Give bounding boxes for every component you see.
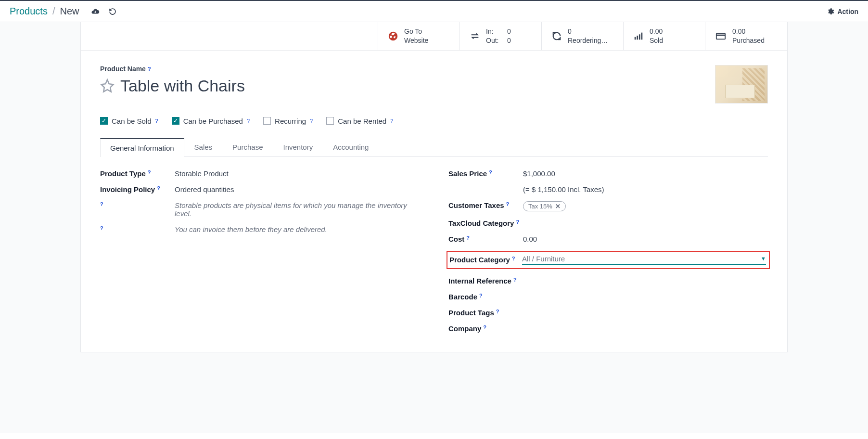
- help-icon[interactable]: ?: [155, 118, 158, 124]
- help-icon[interactable]: ?: [489, 169, 492, 175]
- check-can-be-purchased[interactable]: Can be Purchased?: [172, 117, 250, 125]
- stat-reorder-label: Reordering…: [568, 36, 608, 45]
- category-text: All / Furniture: [522, 255, 565, 263]
- breadcrumb: Products / New: [10, 6, 117, 17]
- breadcrumb-sep: /: [52, 6, 55, 17]
- stat-website-l1: Go To: [404, 27, 428, 36]
- stat-sold-val: 0.00: [650, 27, 663, 36]
- stat-reorder-val: 0: [568, 27, 608, 36]
- value-product-type[interactable]: Storable Product: [175, 169, 420, 178]
- page: Go To Website In:0 Out:0 0: [0, 22, 868, 433]
- transfer-icon: [470, 31, 480, 41]
- stat-website-l2: Website: [404, 36, 428, 45]
- svg-rect-4: [641, 33, 643, 40]
- cloud-save-icon[interactable]: [91, 7, 100, 16]
- help-icon[interactable]: ?: [466, 235, 470, 241]
- form-col-right: Sales Price? $1,000.00 (= $ 1,150.00 Inc…: [448, 169, 768, 333]
- help-icon[interactable]: ?: [506, 201, 510, 207]
- stat-in-label: In:: [486, 27, 502, 36]
- stat-out-label: Out:: [486, 36, 502, 45]
- highlight-product-category: Product Category? All / Furniture ▼: [447, 251, 770, 269]
- value-cost[interactable]: 0.00: [523, 235, 768, 243]
- stat-sold-label: Sold: [650, 36, 663, 45]
- form-sheet: Go To Website In:0 Out:0 0: [80, 22, 788, 352]
- action-button[interactable]: Action: [827, 8, 858, 15]
- value-sales-price[interactable]: $1,000.00: [523, 169, 768, 178]
- favorite-star-icon[interactable]: [100, 78, 115, 93]
- label-internal-reference: Internal Reference?: [448, 277, 523, 285]
- help-icon[interactable]: ?: [483, 324, 486, 330]
- help-icon[interactable]: ?: [247, 118, 250, 124]
- tax-tag[interactable]: Tax 15%✕: [523, 201, 566, 211]
- tab-purchase[interactable]: Purchase: [222, 138, 273, 156]
- check-can-be-rented[interactable]: Can be Rented?: [326, 117, 393, 125]
- help-icon[interactable]: ?: [513, 277, 517, 283]
- product-name-label: Product Name?: [100, 65, 151, 73]
- checkbox-row: Can be Sold? Can be Purchased? Recurring…: [100, 117, 768, 125]
- top-bar: Products / New Action: [0, 0, 868, 22]
- value-sales-price-incl: (= $ 1,150.00 Incl. Taxes): [523, 185, 768, 194]
- help-icon[interactable]: ?: [100, 201, 103, 207]
- tag-remove-icon[interactable]: ✕: [555, 203, 561, 210]
- svg-rect-1: [635, 37, 636, 40]
- breadcrumb-root[interactable]: Products: [10, 6, 48, 17]
- product-name-input[interactable]: Table with Chairs: [120, 77, 245, 95]
- stat-reorder[interactable]: 0 Reordering…: [542, 22, 624, 50]
- stat-in-val: 0: [507, 27, 511, 36]
- tab-general[interactable]: General Information: [100, 138, 184, 157]
- chevron-down-icon[interactable]: ▼: [761, 256, 766, 261]
- help-icon[interactable]: ?: [512, 256, 515, 261]
- label-barcode: Barcode?: [448, 293, 523, 301]
- tab-inventory[interactable]: Inventory: [273, 138, 323, 156]
- svg-rect-2: [637, 36, 638, 39]
- stat-purchased-val: 0.00: [732, 27, 765, 36]
- svg-rect-3: [639, 34, 640, 39]
- value-customer-taxes[interactable]: Tax 15%✕: [523, 201, 768, 211]
- note-storable: Storable products are physical items for…: [175, 201, 420, 218]
- tab-bar: General Information Sales Purchase Inven…: [100, 138, 768, 157]
- label-company: Company?: [448, 324, 523, 333]
- check-recurring[interactable]: Recurring?: [263, 117, 313, 125]
- bars-icon: [633, 31, 644, 41]
- stat-inout[interactable]: In:0 Out:0: [460, 22, 542, 50]
- help-icon[interactable]: ?: [148, 169, 151, 175]
- help-icon[interactable]: ?: [496, 309, 499, 314]
- form-grid: Product Type? Storable Product Invoicing…: [100, 169, 768, 333]
- stat-out-val: 0: [507, 36, 511, 45]
- label-note1: ?: [100, 201, 175, 207]
- label-note2: ?: [100, 225, 175, 231]
- value-invoicing-policy[interactable]: Ordered quantities: [175, 185, 420, 194]
- label-invoicing-policy: Invoicing Policy?: [100, 185, 175, 194]
- label-product-category: Product Category?: [447, 256, 522, 264]
- help-icon[interactable]: ?: [157, 185, 160, 191]
- help-icon[interactable]: ?: [100, 225, 103, 231]
- help-icon[interactable]: ?: [479, 293, 483, 298]
- form-col-left: Product Type? Storable Product Invoicing…: [100, 169, 420, 333]
- refresh-icon: [551, 31, 562, 41]
- stat-sold[interactable]: 0.00 Sold: [624, 22, 705, 50]
- value-product-category[interactable]: All / Furniture ▼: [522, 255, 766, 265]
- help-icon[interactable]: ?: [148, 66, 151, 72]
- stat-purchased[interactable]: 0.00 Purchased: [705, 22, 787, 50]
- action-label: Action: [837, 8, 858, 15]
- product-image[interactable]: [715, 65, 768, 103]
- label-product-tags: Product Tags?: [448, 309, 523, 317]
- tab-accounting[interactable]: Accounting: [323, 138, 379, 156]
- label-product-type: Product Type?: [100, 169, 175, 178]
- globe-icon: [388, 31, 398, 41]
- help-icon[interactable]: ?: [390, 118, 393, 124]
- stat-purchased-label: Purchased: [732, 36, 765, 45]
- check-can-be-sold[interactable]: Can be Sold?: [100, 117, 158, 125]
- label-sales-price: Sales Price?: [448, 169, 523, 178]
- stat-bar: Go To Website In:0 Out:0 0: [81, 22, 787, 51]
- stat-website[interactable]: Go To Website: [378, 22, 460, 50]
- note-invoice: You can invoice them before they are del…: [175, 225, 420, 233]
- breadcrumb-current: New: [60, 6, 79, 17]
- tab-sales[interactable]: Sales: [184, 138, 223, 156]
- help-icon[interactable]: ?: [310, 118, 313, 124]
- label-taxcloud: TaxCloud Category?: [448, 219, 523, 227]
- label-customer-taxes: Customer Taxes?: [448, 201, 523, 209]
- help-icon[interactable]: ?: [516, 219, 519, 225]
- svg-rect-5: [716, 33, 725, 39]
- discard-icon[interactable]: [108, 7, 117, 16]
